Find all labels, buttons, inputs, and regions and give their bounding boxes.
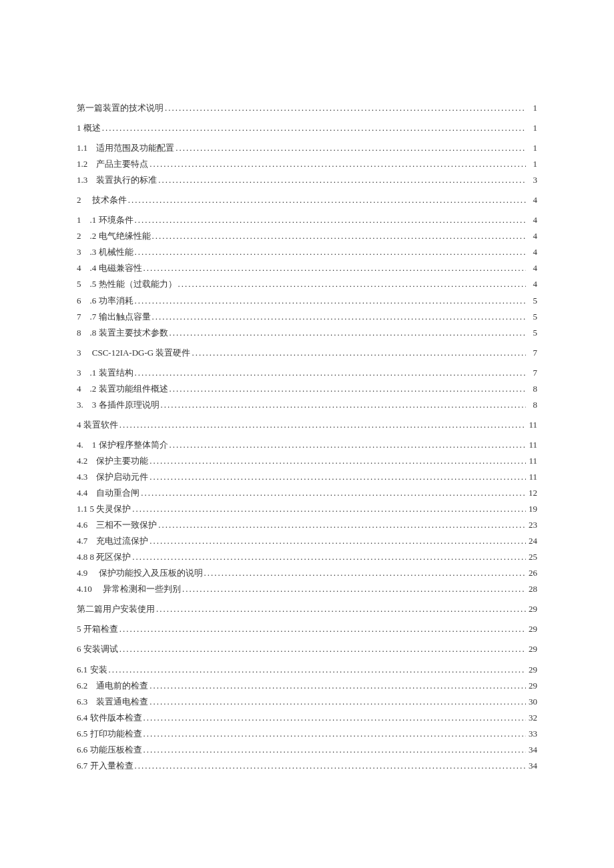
toc-entry: 4 .2 装置功能组件概述8 — [77, 381, 537, 397]
toc-entry: 1.1 适用范围及功能配置1 — [77, 140, 537, 156]
toc-leader — [102, 120, 526, 136]
toc-leader — [135, 293, 527, 309]
toc-entry: 4. 1 保护程序整体简介11 — [77, 437, 537, 453]
toc-leader — [135, 212, 527, 228]
toc-entry: 6.4 软件版本检查32 — [77, 710, 537, 726]
toc-entry: 4 装置软件11 — [77, 417, 537, 433]
toc-label: 1 .1 环境条件 — [77, 212, 133, 228]
toc-leader — [182, 581, 526, 597]
toc-page-number: 8 — [527, 397, 537, 413]
toc-leader — [152, 309, 527, 325]
toc-label: 4 .4 电磁兼容性 — [77, 260, 142, 276]
toc-entry: 6.5 打印功能检查33 — [77, 726, 537, 742]
toc-entry: 4.10 异常检测和一些判别28 — [77, 581, 537, 597]
toc-label: 1.1 适用范围及功能配置 — [77, 140, 174, 156]
toc-entry: 4 .4 电磁兼容性4 — [77, 260, 537, 276]
toc-page-number: 11 — [527, 469, 537, 485]
toc-page-number: 1 — [527, 100, 537, 116]
toc-page-number: 34 — [527, 758, 537, 774]
toc-entry: 3 .1 装置结构7 — [77, 365, 537, 381]
toc-leader — [128, 192, 526, 208]
toc-entry: 6.2 通电前的检查29 — [77, 678, 537, 694]
toc-entry: 7 .7 输出触点容量5 — [77, 309, 537, 325]
toc-entry: 6.3 装置通电检查30 — [77, 694, 537, 710]
toc-entry: 4.6 三相不一致保护23 — [77, 517, 537, 533]
toc-leader — [158, 517, 526, 533]
toc-leader — [149, 156, 526, 172]
toc-label: 1.2 产品主要特点 — [77, 156, 148, 172]
toc-page-number: 4 — [527, 192, 537, 208]
toc-label: 4.2 保护主要功能 — [77, 453, 148, 469]
toc-leader — [119, 621, 526, 637]
toc-label: 6.5 打印功能检查 — [77, 726, 142, 742]
toc-page-number: 5 — [527, 309, 537, 325]
toc-leader — [170, 437, 527, 453]
toc-entry: 4.9 保护功能投入及压板的说明26 — [77, 565, 537, 581]
toc-entry: 6.6 功能压板检查34 — [77, 742, 537, 758]
toc-label: 4.9 保护功能投入及压板的说明 — [77, 565, 203, 581]
toc-entry: 6.7 开入量检查34 — [77, 758, 537, 774]
toc-leader — [132, 501, 526, 517]
toc-entry: 6 安装调试29 — [77, 641, 537, 657]
toc-leader — [143, 710, 527, 726]
toc-label: 4. 1 保护程序整体简介 — [77, 437, 168, 453]
toc-label: 3 .3 机械性能 — [77, 244, 133, 260]
toc-label: 6.4 软件版本检查 — [77, 710, 142, 726]
toc-label: 6.6 功能压板检查 — [77, 742, 142, 758]
toc-page-number: 29 — [527, 662, 537, 678]
toc-label: 3 .1 装置结构 — [77, 365, 133, 381]
toc-page-number: 11 — [527, 417, 537, 433]
toc-leader — [192, 345, 526, 361]
toc-label: 2 技术条件 — [77, 192, 127, 208]
toc-entry: 4.8 8 死区保护25 — [77, 549, 537, 565]
toc-leader — [141, 485, 526, 501]
toc-leader — [158, 172, 526, 188]
toc-label: 第二篇用户安装使用 — [77, 601, 155, 617]
toc-leader — [109, 662, 527, 678]
toc-page-number: 29 — [527, 621, 537, 637]
table-of-contents: 第一篇装置的技术说明11 概述11.1 适用范围及功能配置11.2 产品主要特点… — [77, 100, 537, 774]
toc-leader — [119, 641, 526, 657]
toc-label: 1.3 装置执行的标准 — [77, 172, 157, 188]
toc-label: 4.10 异常检测和一些判别 — [77, 581, 181, 597]
toc-leader — [170, 325, 527, 341]
toc-entry: 5 .5 热性能（过载能力）4 — [77, 276, 537, 292]
toc-page-number: 5 — [527, 293, 537, 309]
toc-page-number: 4 — [527, 260, 537, 276]
toc-page-number: 19 — [527, 501, 537, 517]
toc-entry: 1.3 装置执行的标准3 — [77, 172, 537, 188]
toc-page-number: 4 — [527, 212, 537, 228]
toc-page-number: 30 — [527, 694, 537, 710]
toc-label: 4 装置软件 — [77, 417, 118, 433]
toc-label: 6.3 装置通电检查 — [77, 694, 148, 710]
toc-page-number: 3 — [527, 172, 537, 188]
toc-entry: 第一篇装置的技术说明1 — [77, 100, 537, 116]
toc-page-number: 34 — [527, 742, 537, 758]
toc-leader — [152, 228, 527, 244]
toc-page-number: 4 — [527, 228, 537, 244]
toc-leader — [119, 417, 526, 433]
toc-entry: 1 概述1 — [77, 120, 537, 136]
toc-leader — [143, 726, 527, 742]
toc-label: 5 .5 热性能（过载能力） — [77, 276, 177, 292]
toc-entry: 3 .3 机械性能4 — [77, 244, 537, 260]
toc-page-number: 4 — [527, 276, 537, 292]
toc-label: 第一篇装置的技术说明 — [77, 100, 164, 116]
toc-entry: 4.2 保护主要功能11 — [77, 453, 537, 469]
toc-leader — [165, 100, 526, 116]
toc-label: 3. 3 各插件原理说明 — [77, 397, 160, 413]
toc-label: 3 CSC-12IA-DG-G 装置硬件 — [77, 345, 190, 361]
toc-page-number: 1 — [527, 156, 537, 172]
toc-leader — [204, 565, 527, 581]
toc-leader — [178, 276, 527, 292]
toc-page-number: 32 — [527, 710, 537, 726]
toc-entry: 1.1 5 失灵保护19 — [77, 501, 537, 517]
toc-page-number: 1 — [527, 140, 537, 156]
toc-page-number: 23 — [527, 517, 537, 533]
toc-leader — [161, 397, 527, 413]
toc-entry: 1 .1 环境条件4 — [77, 212, 537, 228]
toc-label: 6.7 开入量检查 — [77, 758, 133, 774]
toc-entry: 6.1 安装29 — [77, 662, 537, 678]
toc-label: 4.3 保护启动元件 — [77, 469, 148, 485]
toc-leader — [132, 549, 526, 565]
